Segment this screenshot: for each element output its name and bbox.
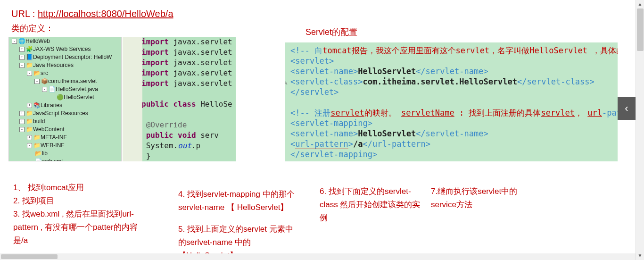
tree-node-build[interactable]: +📁build xyxy=(9,117,121,126)
line-gutter xyxy=(123,37,142,161)
tree-node-js-resources[interactable]: +📁JavaScript Resources xyxy=(9,109,121,117)
steps-4-5: 4. 找到servlet-mapping 中的那个servlet-name 【 … xyxy=(178,188,301,260)
step-2: 2. 找到项目 xyxy=(13,194,150,208)
tree-node-webcontent[interactable]: -📁WebContent xyxy=(9,126,121,134)
folder-icon: 📁 xyxy=(25,117,33,126)
project-icon: 🌐 xyxy=(18,37,25,45)
step-3: 3. 找web.xml , 然后在里面找到url-pattern , 有没有哪一… xyxy=(13,208,150,247)
java-file-icon: 📄 xyxy=(48,85,56,93)
vertical-scrollbar[interactable]: ▲ ▼ xyxy=(636,0,644,260)
scroll-thumb[interactable] xyxy=(637,8,644,51)
tree-node-package[interactable]: -📦com.itheima.servlet xyxy=(9,77,121,85)
edit-icon: ✎ xyxy=(285,79,288,86)
tree-node-java-file[interactable]: -📄HelloServlet.java xyxy=(9,85,121,93)
xml-file-icon: 📄 xyxy=(34,158,42,161)
servlet-config-title: Servlet的配置 xyxy=(305,26,357,38)
tree-node-lib[interactable]: 📂lib xyxy=(9,150,121,158)
project-explorer[interactable]: -🌐HelloWeb +🧩JAX-WS Web Services +📘Deplo… xyxy=(8,37,122,161)
tree-node-deployment[interactable]: +📘Deployment Descriptor: HelloW xyxy=(9,53,121,61)
xml-mapping-open: <servlet-mapping> xyxy=(290,118,612,128)
xml-url-pattern: <url-pattern>/a</url-pattern> xyxy=(290,139,612,149)
xml-mapping-name: <servlet-name>HelloServlet</servlet-name… xyxy=(290,128,612,139)
side-collapse-tab[interactable]: ‹ xyxy=(618,97,636,120)
descriptor-icon: 📘 xyxy=(25,53,33,61)
step-4: 4. 找到servlet-mapping 中的那个servlet-name 【 … xyxy=(178,188,301,214)
xml-comment-2: <!-- 注册servlet的映射。 servletName : 找到上面注册的… xyxy=(290,108,612,118)
scroll-up-icon[interactable]: ▲ xyxy=(636,0,644,8)
xml-servlet-name: <servlet-name>HelloServlet</servlet-name… xyxy=(290,66,612,76)
tree-node-webinf[interactable]: -📁WEB-INF xyxy=(9,142,121,150)
package-icon: 📦 xyxy=(41,77,48,85)
folder-icon: 📁 xyxy=(25,61,33,69)
class-definition-label: 类的定义： xyxy=(11,23,54,34)
folder-icon: 📁 xyxy=(25,126,33,134)
tree-node-jaxws[interactable]: +🧩JAX-WS Web Services xyxy=(9,45,121,53)
step-7: 7.继而执行该servlet中的service方法 xyxy=(431,185,525,211)
folder-icon: 📁 xyxy=(33,134,41,142)
xml-servlet-close: </servlet> xyxy=(290,87,612,97)
java-editor[interactable]: 5import javax.servlet6import javax.servl… xyxy=(123,37,236,161)
step-1: 1、 找到tomcat应用 xyxy=(13,181,150,194)
horizontal-scrollbar[interactable] xyxy=(0,253,636,260)
tree-node-metainf[interactable]: +📁META-INF xyxy=(9,134,121,142)
steps-1-3: 1、 找到tomcat应用 2. 找到项目 3. 找web.xml , 然后在里… xyxy=(13,181,150,247)
xml-blank xyxy=(290,97,612,108)
url-line: URL : http://localhost:8080/HelloWeb/a xyxy=(11,8,173,19)
xml-servlet-class: <servlet-class>com.itheima.servlet.Hello… xyxy=(290,76,612,87)
step-6: 6. 找到下面定义的servlet-class 然后开始创建该类的实例 xyxy=(320,185,423,225)
folder-icon: 📁 xyxy=(33,142,41,150)
tree-node-class[interactable]: 🟢HelloServlet xyxy=(9,93,121,101)
xml-servlet-open: <servlet> xyxy=(290,56,612,66)
scroll-down-icon[interactable]: ▼ xyxy=(636,252,644,260)
tree-node-src[interactable]: -📂src xyxy=(9,69,121,77)
url-link[interactable]: http://localhost:8080/HelloWeb/a xyxy=(38,8,173,19)
tree-node-java-resources[interactable]: -📁Java Resources xyxy=(9,61,121,69)
xml-comment-1: <!-- 向tomcat报告，我这个应用里面有这个servlet，名字叫做Hel… xyxy=(290,45,612,56)
class-icon: 🟢 xyxy=(56,93,64,101)
xml-editor[interactable]: ✎ <!-- 向tomcat报告，我这个应用里面有这个servlet，名字叫做H… xyxy=(285,42,618,161)
services-icon: 🧩 xyxy=(25,45,33,53)
folder-icon: 📂 xyxy=(33,69,41,77)
folder-icon: 📁 xyxy=(25,109,33,117)
hscroll-thumb[interactable] xyxy=(1,254,58,259)
libraries-icon: 📚 xyxy=(33,101,41,109)
url-label: URL : xyxy=(11,8,35,19)
tree-node-project[interactable]: -🌐HelloWeb xyxy=(9,37,121,45)
tree-node-webxml[interactable]: 📄web.xml xyxy=(9,158,121,161)
folder-icon: 📂 xyxy=(34,150,42,158)
xml-mapping-close: </servlet-mapping> xyxy=(290,149,612,159)
tree-node-libraries[interactable]: +📚Libraries xyxy=(9,101,121,109)
